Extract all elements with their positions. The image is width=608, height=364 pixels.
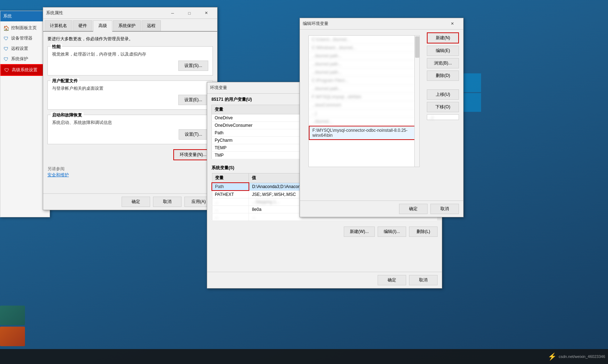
editenv-cancel-button[interactable]: 取消 bbox=[430, 204, 459, 214]
startup-label: 启动和故障恢复 bbox=[51, 112, 83, 118]
list-item[interactable]: ...blurred... bbox=[309, 118, 419, 126]
taskbar-right: ⚡ csdn.net/weixin_46023346 bbox=[548, 352, 605, 361]
list-item[interactable]: C:\Windows\...blurred... bbox=[309, 44, 419, 52]
list-item[interactable]: ...blurred path... bbox=[309, 85, 419, 93]
list-item-highlighted[interactable]: F:\MYSQL\mysql-connector-odbc-noinstall-… bbox=[309, 126, 419, 140]
sysprops-title: 系统属性 bbox=[46, 10, 164, 16]
sidebar-item-remotesettings[interactable]: 🛡 远程设置 bbox=[0, 43, 50, 54]
list-item[interactable]: ...) bbox=[309, 109, 419, 118]
sysprops-footer: 确定 取消 应用(A) bbox=[43, 193, 217, 210]
userprofile-section: 用户配置文件 与登录帐户相关的桌面设置 设置(E)... bbox=[47, 80, 213, 110]
system-vars-footer: 新建(W)... 编辑(I)... 删除(L) bbox=[207, 224, 442, 240]
panel-nav: 🏠 控制面板主页 🛡 设备管理器 🛡 远程设置 🛡 系统保护 🛡 高级系统设置 bbox=[0, 21, 50, 77]
editenv-right-buttons: 新建(N) 编辑(E) 浏览(B)... 删除(D) 上移(U) 下移(O) bbox=[427, 32, 459, 170]
scroll-thumb bbox=[415, 36, 419, 58]
editenv-titlebar: 编辑环境变量 ✕ bbox=[300, 18, 463, 30]
sys-edit-button[interactable]: 编辑(I)... bbox=[378, 227, 406, 237]
csdn-link: csdn.net/weixin_46023346 bbox=[559, 354, 605, 359]
sysprops-tabbar: 计算机名 硬件 高级 系统保护 远程 bbox=[43, 19, 217, 32]
editenv-list-container: C:\Users\...blurred... C:\Windows\...blu… bbox=[308, 35, 420, 167]
list-item[interactable]: F:\MYSQL\mysql...x64\bin bbox=[309, 93, 419, 101]
tab-systemprotection[interactable]: 系统保护 bbox=[113, 20, 141, 31]
editenv-path-display: ...) bbox=[427, 114, 459, 120]
tab-hardware[interactable]: 硬件 bbox=[73, 20, 92, 31]
sysprops-cancel-button[interactable]: 取消 bbox=[153, 197, 182, 207]
editenv-movedown-button[interactable]: 下移(O) bbox=[427, 102, 459, 112]
maximize-button[interactable]: □ bbox=[181, 7, 198, 19]
sys-new-button[interactable]: 新建(W)... bbox=[344, 227, 375, 237]
tab-remote[interactable]: 远程 bbox=[142, 20, 161, 31]
envvars-ok-button[interactable]: 确定 bbox=[378, 275, 406, 285]
close-button[interactable]: ✕ bbox=[198, 7, 214, 19]
xshell-icon[interactable]: ⚡ bbox=[548, 352, 557, 361]
editenv-list: C:\Users\...blurred... C:\Windows\...blu… bbox=[309, 36, 419, 140]
userprofile-label: 用户配置文件 bbox=[51, 78, 79, 84]
sys-var-cell: ... bbox=[212, 206, 249, 213]
list-item[interactable]: ...blurred path... bbox=[309, 68, 419, 77]
remote-icon: 🛡 bbox=[3, 46, 9, 52]
editenv-window-controls: ✕ bbox=[444, 18, 460, 30]
list-item[interactable]: C:\Users\...blurred... bbox=[309, 36, 419, 44]
envvars-footer: 确定 取消 bbox=[207, 272, 442, 288]
sidebar-item-advancedsettings[interactable]: 🛡 高级系统设置 bbox=[0, 64, 50, 76]
perf-text: 视觉效果，处理器计划，内存使用，以及虚拟内存 bbox=[52, 51, 208, 58]
editenv-browse-button[interactable]: 浏览(B)... bbox=[427, 58, 459, 68]
list-item[interactable]: C:\Program Files\... bbox=[309, 77, 419, 85]
editenv-ok-button[interactable]: 确定 bbox=[399, 204, 428, 214]
taskbar: ⚡ csdn.net/weixin_46023346 bbox=[0, 349, 608, 364]
list-item[interactable]: ...blurred path... bbox=[309, 60, 419, 68]
editenv-title: 编辑环境变量 bbox=[303, 21, 444, 27]
startup-section: 启动和故障恢复 系统启动、系统故障和调试信息 设置(T)... bbox=[47, 115, 213, 144]
envvars-cancel-button[interactable]: 取消 bbox=[409, 275, 438, 285]
editenv-content: C:\Users\...blurred... C:\Windows\...blu… bbox=[300, 30, 463, 170]
system-panel-title: 系统 bbox=[0, 11, 50, 21]
editenv-edit-button[interactable]: 编辑(E) bbox=[427, 46, 459, 56]
editenv-window: 编辑环境变量 ✕ C:\Users\...blurred... C:\Windo… bbox=[300, 18, 464, 217]
sys-delete-button[interactable]: 删除(L) bbox=[409, 227, 438, 237]
sidebar-item-devicemanager[interactable]: 🛡 设备管理器 bbox=[0, 33, 50, 43]
sys-var-cell: PATHEXT bbox=[212, 191, 249, 198]
userprofile-settings-button[interactable]: 设置(E)... bbox=[178, 95, 208, 105]
editenv-new-button[interactable]: 新建(N) bbox=[427, 32, 459, 43]
security-link[interactable]: 安全和维护 bbox=[47, 172, 69, 177]
svg-rect-3 bbox=[462, 93, 481, 112]
sys-var-cell: ... bbox=[212, 213, 249, 221]
sidebar-item-controlpanel[interactable]: 🏠 控制面板主页 bbox=[0, 23, 50, 33]
also-see-label: 另请参阅 bbox=[47, 166, 213, 172]
sidebar-item-systemprotection[interactable]: 🛡 系统保护 bbox=[0, 54, 50, 64]
editenv-list-area: C:\Users\...blurred... C:\Windows\...blu… bbox=[304, 32, 424, 170]
sys-var-cell: ... bbox=[212, 198, 249, 206]
sysprops-window: 系统属性 ─ □ ✕ 计算机名 硬件 高级 系统保护 远程 bbox=[43, 7, 218, 210]
startup-text: 系统启动、系统故障和调试信息 bbox=[52, 119, 208, 126]
sysprops-titlebar: 系统属性 ─ □ ✕ bbox=[43, 7, 217, 19]
sysprops-ok-button[interactable]: 确定 bbox=[122, 197, 150, 207]
minimize-button[interactable]: ─ bbox=[164, 7, 181, 19]
sysprops-tabcontent: 要进行大多数更改，你必须作为管理员登录。 性能 视觉效果，处理器计划，内存使用，… bbox=[43, 32, 217, 206]
list-item[interactable]: ...blurred path... bbox=[309, 52, 419, 60]
tab-advanced[interactable]: 高级 bbox=[93, 20, 112, 32]
perf-section: 性能 视觉效果，处理器计划，内存使用，以及虚拟内存 设置(S)... bbox=[47, 46, 213, 76]
system-panel-window: 系统 🏠 控制面板主页 🛡 设备管理器 🛡 远程设置 🛡 系统保护 🛡 高级系统… bbox=[0, 11, 50, 217]
advanced-icon: 🛡 bbox=[4, 67, 10, 73]
editenv-close-button[interactable]: ✕ bbox=[444, 18, 460, 30]
admin-notice: 要进行大多数更改，你必须作为管理员登录。 bbox=[47, 36, 213, 42]
editenv-scrollbar[interactable] bbox=[414, 36, 419, 167]
tab-computername[interactable]: 计算机名 bbox=[45, 20, 72, 31]
protection-icon: 🛡 bbox=[3, 56, 9, 62]
perf-settings-button[interactable]: 设置(S)... bbox=[178, 61, 208, 71]
editenv-moveup-button[interactable]: 上移(U) bbox=[427, 89, 459, 100]
home-icon: 🏠 bbox=[3, 25, 9, 31]
editenv-footer: 确定 取消 bbox=[300, 201, 463, 217]
userprofile-text: 与登录帐户相关的桌面设置 bbox=[52, 85, 208, 92]
desktop-thumbnails bbox=[0, 306, 25, 346]
sys-table-header-var: 变量 bbox=[212, 173, 249, 183]
sys-var-cell: Path bbox=[212, 183, 249, 191]
editenv-delete-button[interactable]: 删除(D) bbox=[427, 71, 459, 81]
desktop: 系统 🏠 控制面板主页 🛡 设备管理器 🛡 远程设置 🛡 系统保护 🛡 高级系统… bbox=[0, 0, 608, 364]
list-item[interactable]: ...lessCommon\ bbox=[309, 101, 419, 109]
window-controls: ─ □ ✕ bbox=[164, 7, 214, 19]
svg-rect-1 bbox=[462, 73, 481, 92]
startup-settings-button[interactable]: 设置(T)... bbox=[179, 129, 208, 140]
device-icon: 🛡 bbox=[3, 36, 9, 41]
perf-label: 性能 bbox=[51, 44, 62, 50]
